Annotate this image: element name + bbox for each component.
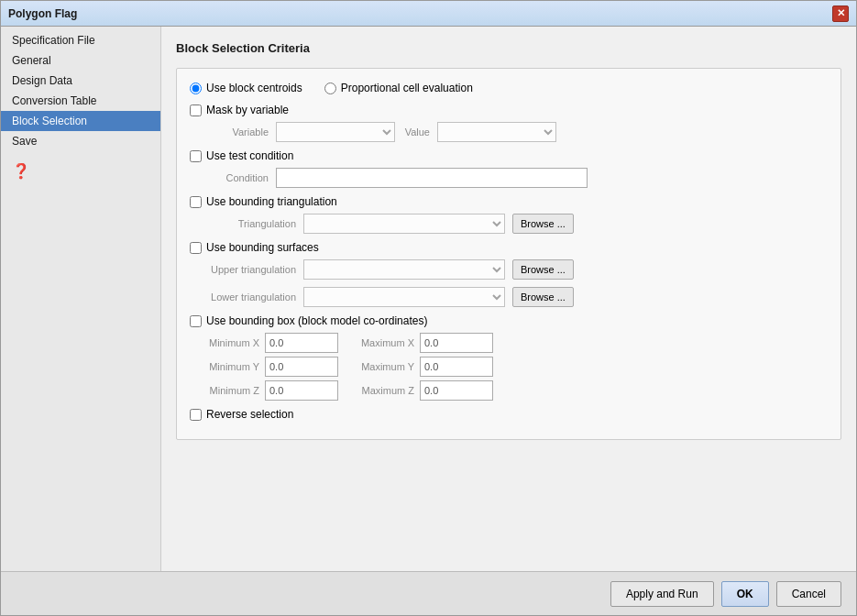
- apply-and-run-button[interactable]: Apply and Run: [610, 581, 714, 607]
- use-bounding-surfaces-label: Use bounding surfaces: [206, 241, 319, 254]
- sidebar-item-specification-file[interactable]: Specification File: [1, 30, 160, 50]
- value-dropdown[interactable]: [437, 122, 556, 142]
- use-test-condition-row: Use test condition: [190, 149, 828, 162]
- content-area: Block Selection Criteria Use block centr…: [161, 27, 856, 571]
- lower-triangulation-row: Lower triangulation Browse ...: [190, 287, 828, 307]
- mask-by-variable-row: Mask by variable: [190, 104, 828, 116]
- variable-label: Variable: [204, 126, 269, 138]
- upper-triangulation-dropdown[interactable]: [303, 259, 505, 280]
- help-icon[interactable]: ❓: [12, 162, 30, 180]
- window-title: Polygon Flag: [8, 7, 77, 20]
- max-x-label: Maximum X: [355, 337, 414, 348]
- use-bounding-surfaces-checkbox[interactable]: [190, 242, 202, 254]
- max-z-input[interactable]: [420, 380, 493, 401]
- radio-proportional-label[interactable]: Proportional cell evaluation: [324, 82, 473, 94]
- max-z-label: Maximum Z: [355, 385, 414, 396]
- radio-block-centroids[interactable]: [190, 82, 202, 94]
- use-bounding-box-label: Use bounding box (block model co-ordinat…: [206, 314, 427, 327]
- browse-triangulation-button[interactable]: Browse ...: [512, 214, 574, 234]
- browse-lower-button[interactable]: Browse ...: [512, 287, 574, 307]
- main-content: Specification File General Design Data C…: [1, 27, 856, 571]
- use-bounding-triangulation-label: Use bounding triangulation: [206, 195, 337, 208]
- reverse-selection-row: Reverse selection: [190, 408, 828, 421]
- browse-upper-button[interactable]: Browse ...: [512, 259, 574, 280]
- close-button[interactable]: ✕: [832, 6, 849, 22]
- max-y-label: Maximum Y: [355, 361, 414, 372]
- criteria-box: Use block centroids Proportional cell ev…: [176, 68, 841, 440]
- radio-block-centroids-label[interactable]: Use block centroids: [190, 82, 302, 94]
- variable-row: Variable Value: [190, 122, 828, 142]
- lower-triangulation-label: Lower triangulation: [204, 292, 296, 302]
- section-title: Block Selection Criteria: [176, 41, 841, 55]
- sidebar-item-save[interactable]: Save: [1, 131, 160, 151]
- use-test-condition-checkbox[interactable]: [190, 150, 202, 162]
- condition-row: Condition: [190, 168, 828, 188]
- min-max-y-row: Minimum Y Maximum Y: [204, 357, 828, 377]
- sidebar: Specification File General Design Data C…: [1, 27, 161, 571]
- max-y-input[interactable]: [420, 357, 493, 377]
- reverse-selection-label: Reverse selection: [206, 408, 293, 421]
- min-x-input[interactable]: [265, 333, 338, 353]
- use-bounding-box-checkbox[interactable]: [190, 315, 202, 327]
- min-max-z-row: Minimum Z Maximum Z: [204, 380, 828, 401]
- use-bounding-triangulation-row: Use bounding triangulation: [190, 195, 828, 208]
- cancel-button[interactable]: Cancel: [776, 581, 841, 607]
- min-z-label: Minimum Z: [204, 385, 259, 396]
- variable-dropdown[interactable]: [276, 122, 395, 142]
- min-z-input[interactable]: [265, 380, 338, 401]
- sidebar-item-conversion-table[interactable]: Conversion Table: [1, 91, 160, 111]
- radio-block-centroids-text: Use block centroids: [206, 82, 302, 94]
- reverse-selection-checkbox[interactable]: [190, 409, 202, 421]
- mask-by-variable-label: Mask by variable: [206, 104, 289, 116]
- triangulation-dropdown[interactable]: [303, 214, 505, 234]
- min-x-label: Minimum X: [204, 337, 259, 348]
- lower-triangulation-dropdown[interactable]: [303, 287, 505, 307]
- upper-triangulation-row: Upper triangulation Browse ...: [190, 259, 828, 280]
- title-bar: Polygon Flag ✕: [1, 1, 856, 27]
- condition-label: Condition: [204, 172, 269, 183]
- triangulation-row: Triangulation Browse ...: [190, 214, 828, 234]
- mask-by-variable-checkbox[interactable]: [190, 104, 202, 116]
- use-bounding-surfaces-row: Use bounding surfaces: [190, 241, 828, 254]
- value-label: Value: [402, 126, 430, 138]
- use-bounding-triangulation-checkbox[interactable]: [190, 196, 202, 208]
- use-test-condition-label: Use test condition: [206, 149, 293, 162]
- sidebar-item-design-data[interactable]: Design Data: [1, 71, 160, 91]
- ok-button[interactable]: OK: [721, 581, 769, 607]
- max-x-input[interactable]: [420, 333, 493, 353]
- sidebar-item-general[interactable]: General: [1, 50, 160, 71]
- radio-proportional[interactable]: [324, 82, 336, 94]
- bounding-box-grid: Minimum X Maximum X Minimum Y Maximum Y …: [190, 333, 828, 401]
- min-max-x-row: Minimum X Maximum X: [204, 333, 828, 353]
- triangulation-label: Triangulation: [204, 218, 296, 229]
- footer: Apply and Run OK Cancel: [1, 571, 856, 615]
- radio-proportional-text: Proportional cell evaluation: [341, 82, 473, 94]
- min-y-label: Minimum Y: [204, 361, 259, 372]
- use-bounding-box-row: Use bounding box (block model co-ordinat…: [190, 314, 828, 327]
- sidebar-bottom: ❓: [1, 151, 160, 187]
- sidebar-item-block-selection[interactable]: Block Selection: [1, 111, 160, 131]
- upper-triangulation-label: Upper triangulation: [204, 264, 296, 275]
- condition-input[interactable]: [276, 168, 588, 188]
- main-window: Polygon Flag ✕ Specification File Genera…: [0, 0, 857, 616]
- radio-row: Use block centroids Proportional cell ev…: [190, 82, 828, 94]
- min-y-input[interactable]: [265, 357, 338, 377]
